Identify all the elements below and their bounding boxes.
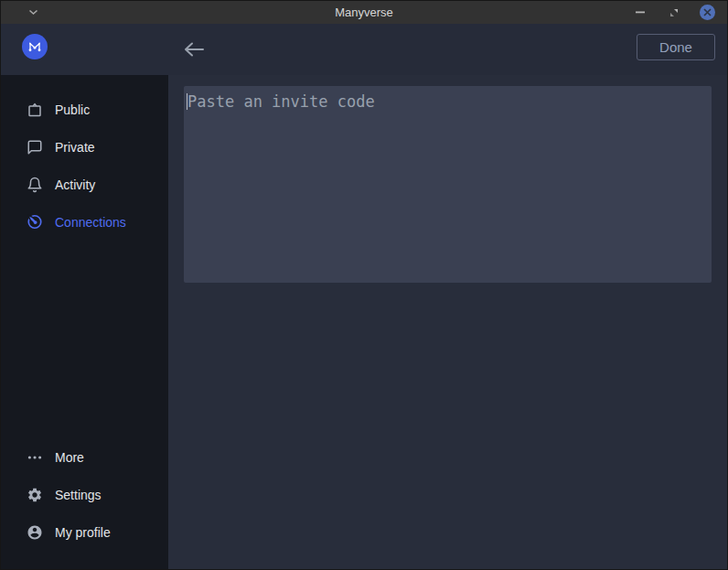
main-content: [168, 75, 727, 569]
close-icon: [703, 8, 712, 16]
sidebar-item-label: Settings: [55, 488, 102, 502]
sidebar-item-label: My profile: [55, 525, 111, 540]
sidebar-item-label: More: [55, 450, 84, 465]
sidebar-item-label: Connections: [55, 215, 126, 230]
settings-gear-icon: [27, 487, 43, 503]
public-icon: [27, 102, 43, 118]
chevron-down-icon: [28, 9, 38, 16]
more-dots-icon: [27, 449, 43, 466]
invite-code-area: [184, 86, 712, 283]
sidebar-item-more[interactable]: More: [1, 438, 168, 476]
restore-button[interactable]: [666, 5, 681, 20]
profile-icon: [27, 524, 43, 541]
sidebar-item-my-profile[interactable]: My profile: [1, 513, 168, 551]
invite-code-input[interactable]: [184, 86, 712, 283]
sidebar-item-label: Public: [55, 102, 90, 117]
sidebar-item-label: Private: [55, 140, 95, 155]
sidebar-item-label: Activity: [55, 177, 95, 192]
window-menu-button[interactable]: [28, 9, 38, 16]
sidebar-item-public[interactable]: Public: [1, 91, 168, 128]
minimize-button[interactable]: [632, 5, 648, 20]
close-button[interactable]: [700, 5, 715, 20]
connections-icon: [27, 214, 43, 231]
manyverse-window: Manyverse: [0, 0, 728, 570]
window-title: Manyverse: [1, 5, 727, 19]
back-button[interactable]: [182, 38, 206, 60]
body-row: Public Private: [1, 75, 727, 569]
private-icon: [27, 139, 43, 156]
sidebar: Public Private: [1, 75, 168, 569]
done-button[interactable]: Done: [637, 34, 715, 60]
titlebar: Manyverse: [1, 1, 727, 24]
sidebar-item-connections[interactable]: Connections: [1, 203, 168, 241]
arrow-left-icon: [184, 42, 204, 57]
minimize-icon: [636, 11, 645, 14]
window-controls: [632, 5, 715, 20]
sidebar-top-group: Public Private: [1, 75, 168, 241]
activity-bell-icon: [27, 177, 43, 193]
sidebar-item-activity[interactable]: Activity: [1, 166, 168, 203]
sidebar-bottom-group: More Settings My: [1, 438, 168, 569]
sidebar-item-settings[interactable]: Settings: [1, 476, 168, 513]
sidebar-item-private[interactable]: Private: [1, 128, 168, 166]
app-header: Done: [1, 24, 727, 75]
manyverse-logo: [22, 34, 48, 59]
restore-icon: [669, 8, 679, 17]
